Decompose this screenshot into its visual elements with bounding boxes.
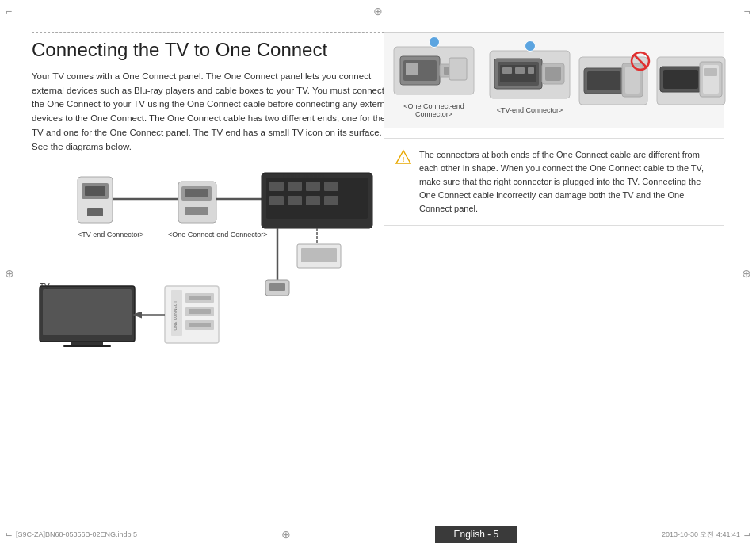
warning-box: ! The connectors at both ends of the One… (384, 138, 724, 226)
svg-rect-52 (502, 67, 512, 74)
svg-rect-56 (545, 67, 561, 81)
connector-svg-4 (655, 52, 727, 106)
photo1-wrapper (392, 42, 475, 98)
warning-text: The connectors at both ends of the One C… (419, 148, 712, 216)
svg-rect-44 (406, 63, 418, 75)
page-container: ⌐ ⌐ ⌐ ⌐ ⊕ ⊕ ⊕ Connecting the TV to One C… (0, 0, 756, 547)
svg-rect-15 (324, 182, 338, 191)
photo2-wrapper (488, 46, 571, 102)
connector-photo-tv-end: <TV-end Connector> (488, 46, 571, 114)
svg-rect-2 (85, 186, 105, 196)
svg-rect-38 (189, 323, 211, 327)
diagram-svg: ONE CONNECT (32, 169, 396, 351)
svg-rect-59 (587, 71, 620, 90)
center-bottom-crosshair: ⊕ (281, 528, 291, 541)
one-connect-label-diagram: One Connect (283, 169, 325, 181)
connector-photo-wrong (578, 52, 649, 109)
photo1-label: <One Connect-end Connector> (392, 102, 475, 118)
connector-photo-one-connect: <One Connect-end Connector> (392, 42, 475, 118)
bottom-right-text: 2013-10-30 오전 4:41:41 (662, 530, 740, 540)
warning-icon-wrapper: ! (395, 149, 411, 167)
svg-rect-17 (288, 196, 302, 205)
photo2-label: <TV-end Connector> (497, 106, 563, 114)
svg-rect-25 (269, 283, 285, 291)
corner-mark-tl: ⌐ (5, 5, 13, 13)
svg-rect-47 (449, 58, 467, 80)
svg-rect-54 (528, 67, 534, 74)
left-column: Connecting the TV to One Connect Your TV… (32, 32, 396, 351)
connector-svg-1 (392, 42, 475, 96)
center-right-mark: ⊕ (742, 267, 751, 280)
blue-circle-2 (525, 40, 536, 52)
svg-rect-22 (301, 248, 337, 262)
svg-rect-53 (515, 67, 525, 74)
svg-rect-14 (306, 182, 320, 191)
svg-rect-8 (185, 207, 208, 215)
no-symbol-icon (630, 51, 651, 71)
photo4-wrapper (655, 52, 727, 109)
section-title: Connecting the TV to One Connect (32, 39, 396, 62)
blue-circle-1 (429, 36, 440, 48)
svg-rect-69 (704, 68, 717, 76)
connector-svg-2 (488, 46, 571, 100)
corner-mark-tr: ⌐ (743, 5, 751, 13)
svg-rect-19 (324, 196, 338, 205)
svg-rect-29 (63, 345, 111, 347)
svg-line-63 (634, 55, 647, 67)
svg-rect-3 (87, 208, 103, 216)
svg-rect-7 (185, 189, 208, 197)
one-connect-end-label: <One Connect-end Connector> (168, 228, 268, 239)
center-left-mark: ⊕ (5, 267, 14, 280)
bottom-left-text: [S9C-ZA]BN68-05356B-02ENG.indb 5 (16, 530, 137, 538)
section-body: Your TV comes with a One Connect panel. … (32, 70, 396, 155)
connector-photos-container: <One Connect-end Connector> (384, 32, 724, 128)
tv-label-diagram: TV (40, 280, 50, 292)
photo3-wrapper (578, 52, 649, 109)
center-top-mark: ⊕ (373, 5, 383, 17)
svg-rect-16 (269, 196, 284, 205)
svg-rect-34 (189, 296, 211, 300)
svg-rect-27 (43, 289, 132, 335)
svg-rect-12 (269, 182, 284, 191)
bottom-bar: [S9C-ZA]BN68-05356B-02ENG.indb 5 ⊕ Engli… (0, 522, 756, 547)
svg-rect-18 (306, 196, 320, 205)
connector-photo-correct (655, 52, 727, 109)
svg-text:ONE CONNECT: ONE CONNECT (173, 300, 178, 330)
main-content: Connecting the TV to One Connect Your TV… (32, 32, 724, 515)
svg-rect-13 (288, 182, 302, 191)
svg-rect-66 (663, 70, 698, 89)
section-title-wrapper: Connecting the TV to One Connect (32, 32, 396, 62)
page-badge: English - 5 (435, 526, 518, 543)
tv-end-label: <TV-end Connector> (78, 228, 144, 239)
warning-triangle-icon: ! (395, 149, 411, 165)
right-column: <One Connect-end Connector> (384, 32, 724, 226)
svg-rect-36 (189, 309, 211, 314)
svg-text:!: ! (403, 155, 405, 163)
diagram-area: ONE CONNECT (32, 169, 396, 351)
